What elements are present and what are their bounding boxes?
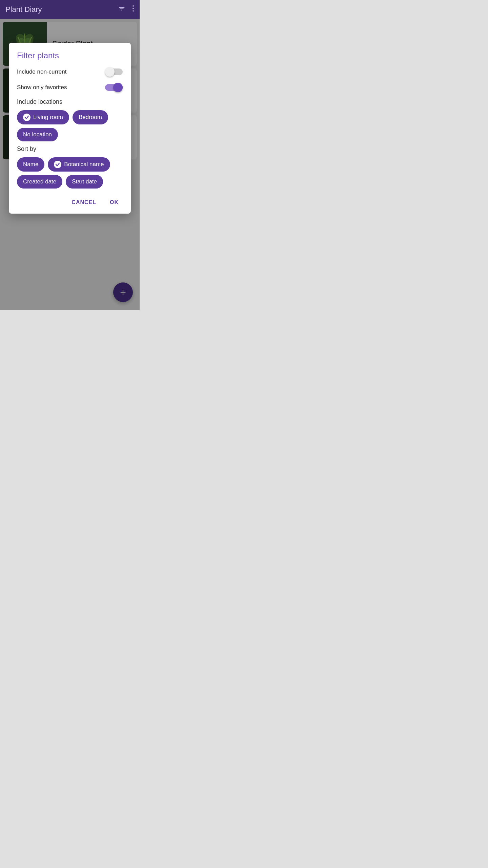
location-chips: Living room Bedroom No location bbox=[17, 110, 123, 141]
chip-botanical-name-label: Botanical name bbox=[64, 161, 104, 168]
chip-living-room-check bbox=[23, 114, 30, 121]
filter-icon[interactable] bbox=[118, 5, 125, 14]
chip-created-date[interactable]: Created date bbox=[17, 175, 62, 189]
sort-chips: Name Botanical name Created date Start d… bbox=[17, 157, 123, 189]
chip-start-date[interactable]: Start date bbox=[66, 175, 103, 189]
chip-living-room-label: Living room bbox=[33, 114, 63, 121]
show-only-favorites-toggle[interactable] bbox=[105, 83, 123, 92]
chip-no-location-label: No location bbox=[23, 131, 52, 138]
include-non-current-label: Include non-current bbox=[17, 68, 66, 75]
more-options-icon[interactable] bbox=[132, 5, 134, 14]
dialog-actions: CANCEL OK bbox=[17, 197, 123, 208]
chip-no-location[interactable]: No location bbox=[17, 128, 58, 141]
app-bar-actions bbox=[118, 5, 134, 14]
chip-name-label: Name bbox=[23, 161, 38, 168]
chip-start-date-label: Start date bbox=[72, 178, 97, 185]
show-only-favorites-row: Show only favorites bbox=[17, 83, 123, 92]
include-non-current-thumb bbox=[105, 67, 115, 77]
include-non-current-row: Include non-current bbox=[17, 67, 123, 77]
chip-living-room[interactable]: Living room bbox=[17, 110, 69, 124]
chip-bedroom-label: Bedroom bbox=[79, 114, 102, 121]
show-only-favorites-label: Show only favorites bbox=[17, 84, 67, 91]
chip-botanical-name-check bbox=[54, 161, 61, 168]
app-title: Plant Diary bbox=[5, 5, 118, 14]
include-non-current-toggle[interactable] bbox=[105, 67, 123, 77]
show-only-favorites-thumb bbox=[113, 83, 123, 92]
chip-created-date-label: Created date bbox=[23, 178, 56, 185]
svg-point-0 bbox=[133, 5, 134, 7]
app-bar: Plant Diary bbox=[0, 0, 140, 19]
cancel-button[interactable]: CANCEL bbox=[67, 197, 100, 208]
ok-button[interactable]: OK bbox=[106, 197, 123, 208]
include-locations-header: Include locations bbox=[17, 98, 123, 105]
svg-point-2 bbox=[133, 11, 134, 12]
chip-bedroom[interactable]: Bedroom bbox=[73, 110, 108, 124]
chip-name[interactable]: Name bbox=[17, 157, 44, 172]
sort-by-header: Sort by bbox=[17, 145, 123, 153]
filter-dialog: Filter plants Include non-current Show o… bbox=[9, 43, 131, 214]
chip-botanical-name[interactable]: Botanical name bbox=[48, 157, 110, 172]
dialog-overlay: Filter plants Include non-current Show o… bbox=[0, 19, 140, 310]
svg-point-1 bbox=[133, 8, 134, 9]
dialog-title: Filter plants bbox=[17, 51, 123, 60]
